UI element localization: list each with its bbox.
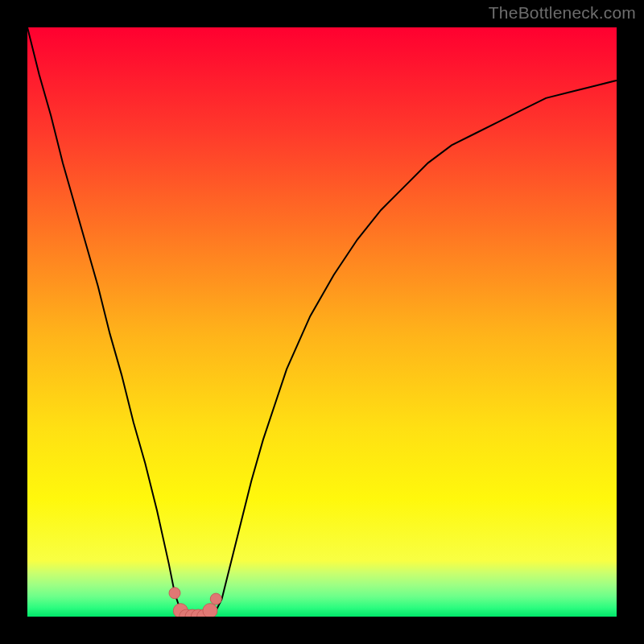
plot-area [27, 27, 617, 617]
watermark-text: TheBottleneck.com [489, 3, 636, 23]
marker-point [169, 588, 180, 599]
marker-point [210, 593, 221, 605]
chart-frame: TheBottleneck.com [0, 0, 644, 644]
marker-point [203, 604, 217, 617]
background-gradient [27, 27, 617, 617]
chart-svg [27, 27, 617, 617]
